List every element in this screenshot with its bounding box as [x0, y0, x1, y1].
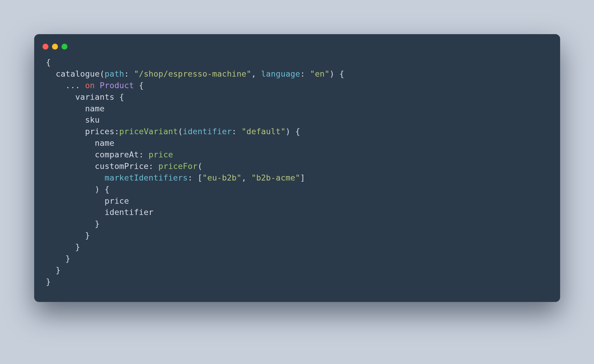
brace-close: }	[95, 219, 100, 228]
field-price: price	[105, 196, 129, 205]
line-1: {	[46, 58, 51, 67]
line-13: price	[46, 196, 129, 205]
field-name-2: name	[95, 138, 114, 148]
field-identifier: identifier	[105, 208, 154, 217]
arg-marketidentifiers: marketIdentifiers	[105, 173, 188, 182]
field-sku: sku	[85, 115, 100, 124]
type-product: Product	[100, 81, 134, 90]
line-19: }	[46, 265, 61, 275]
str-eu-b2b: "eu-b2b"	[202, 173, 242, 182]
arg-language: language	[261, 69, 300, 78]
alias-customprice: customPrice	[95, 162, 149, 171]
str-b2b-acme: "b2b-acme"	[251, 173, 300, 182]
page-background: { catalogue(path: "/shop/espresso-machin…	[0, 0, 594, 364]
line-4: variants {	[46, 92, 124, 102]
brace-close: }	[65, 254, 70, 263]
target-pricefor: priceFor	[158, 162, 198, 171]
brace-close: }	[85, 231, 90, 240]
line-15: }	[46, 219, 100, 228]
kw-on: on	[85, 81, 95, 90]
target-price: price	[149, 150, 173, 159]
brace-close: }	[75, 242, 80, 251]
minimize-icon[interactable]	[52, 44, 58, 50]
line-11: marketIdentifiers: ["eu-b2b", "b2b-acme"…	[46, 173, 305, 182]
line-6: sku	[46, 115, 100, 124]
line-17: }	[46, 242, 80, 251]
arg-identifier: identifier	[183, 127, 232, 136]
line-3: ... on Product {	[46, 81, 144, 90]
code-block: { catalogue(path: "/shop/espresso-machin…	[34, 57, 560, 288]
line-5: name	[46, 104, 105, 113]
alias-prices: prices	[85, 127, 114, 136]
line-10: customPrice: priceFor(	[46, 162, 203, 171]
line-18: }	[46, 254, 70, 263]
str-path: "/shop/espresso-machine"	[134, 69, 251, 78]
fn-catalogue: catalogue	[56, 69, 100, 78]
str-default: "default"	[242, 127, 286, 136]
code-window: { catalogue(path: "/shop/espresso-machin…	[34, 34, 560, 302]
close-icon[interactable]	[42, 44, 48, 50]
line-8: name	[46, 138, 114, 148]
maximize-icon[interactable]	[62, 44, 67, 50]
brace-close: }	[46, 277, 51, 286]
line-9: compareAt: price	[46, 150, 173, 159]
line-20: }	[46, 277, 51, 286]
arg-path: path	[105, 69, 124, 78]
field-name: name	[85, 104, 105, 113]
line-16: }	[46, 231, 90, 240]
line-14: identifier	[46, 208, 154, 217]
brace-open: {	[46, 58, 51, 67]
line-7: prices:priceVariant(identifier: "default…	[46, 127, 300, 136]
window-titlebar	[34, 41, 560, 57]
spread: ...	[65, 81, 85, 90]
line-2: catalogue(path: "/shop/espresso-machine"…	[46, 69, 344, 78]
str-language: "en"	[310, 69, 330, 78]
brace-close: }	[56, 265, 60, 275]
line-12: ) {	[46, 185, 110, 194]
field-variants: variants {	[75, 92, 124, 102]
alias-compareat: compareAt	[95, 150, 139, 159]
target-pricevariant: priceVariant	[119, 127, 178, 136]
